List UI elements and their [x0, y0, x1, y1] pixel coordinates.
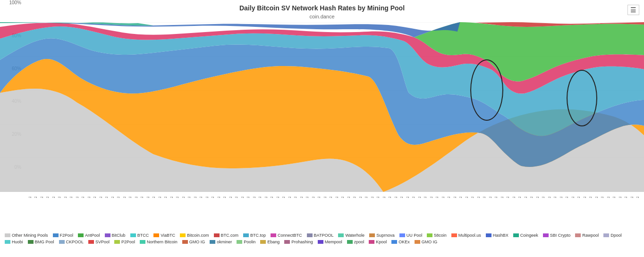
legend-item: Kpool — [369, 240, 387, 244]
x-label: 2018-02-06 — [205, 197, 209, 198]
x-label: 2018-07-24 — [370, 197, 374, 198]
x-label: 2018-09-16 — [423, 197, 427, 198]
legend-item: Coingeek — [513, 233, 538, 238]
x-label: 2017-08-10 — [28, 197, 32, 198]
x-label: 2018-08-23 — [399, 197, 404, 198]
x-label: 2018-09-22 — [429, 197, 433, 198]
x-axis: 2017-08-04 2017-08-10 2017-08-16 2017-08… — [26, 197, 644, 232]
x-label: 2019-04-08 — [624, 197, 628, 198]
x-label: 2018-09-10 — [417, 197, 422, 198]
legend-item: SBI Crypto — [543, 233, 571, 238]
legend-item: Dpool — [603, 233, 622, 238]
x-label: 2018-07-06 — [352, 197, 356, 198]
x-label: 2018-10-22 — [458, 197, 463, 198]
legend-item: Bitcoin.com — [180, 233, 209, 238]
x-label: 2019-02-07 — [565, 197, 569, 198]
stacked-chart-area — [0, 22, 644, 192]
x-label: 2018-04-07 — [264, 197, 268, 198]
x-label: 2018-06-30 — [347, 197, 351, 198]
x-label: 2017-10-21 — [99, 197, 103, 198]
chart-title: Daily Bitcoin SV Network Hash Rates by M… — [0, 4, 644, 13]
legend-item: 58coin — [427, 233, 447, 238]
x-label: 2018-04-13 — [270, 197, 274, 198]
legend-item: BTCC — [130, 233, 149, 238]
legend-item: Poolin — [237, 240, 255, 244]
x-label: 2018-12-03 — [500, 197, 504, 198]
x-label: 2018-02-24 — [222, 197, 227, 198]
x-label: 2018-02-12 — [211, 197, 215, 198]
x-label: 2018-05-13 — [299, 197, 304, 198]
x-label: 2017-12-02 — [140, 197, 144, 198]
legend-item: BitClub — [105, 233, 126, 238]
legend-item: Mempool — [318, 240, 342, 244]
stacked-chart-svg — [0, 22, 644, 192]
legend-item: BMG Pool — [28, 240, 54, 244]
x-label: 2017-11-02 — [110, 197, 115, 198]
x-label: 2018-06-06 — [323, 197, 327, 198]
x-label: 2018-10-10 — [447, 197, 451, 198]
legend-item: BTC.top — [243, 233, 266, 238]
x-label: 2019-04-14 — [630, 197, 634, 198]
x-label: 2019-03-27 — [612, 197, 616, 198]
x-label: 2018-08-17 — [394, 197, 398, 198]
x-label: 2019-02-01 — [559, 197, 563, 198]
legend-item: HashBX — [486, 233, 508, 238]
x-label: 2017-10-15 — [93, 197, 97, 198]
x-label: 2018-08-11 — [388, 197, 392, 198]
legend-item: SVPool — [88, 240, 110, 244]
legend-item: Rawpool — [575, 233, 599, 238]
legend-item: Northern Bitcoin — [140, 240, 178, 244]
x-label: 2017-09-27 — [75, 197, 79, 198]
x-label: 2017-08-22 — [40, 197, 44, 198]
x-label: 2017-12-26 — [163, 197, 168, 198]
legend-item: Other Mining Pools — [5, 233, 48, 238]
x-label: 2019-02-13 — [571, 197, 575, 198]
legend-item: Suprnova — [369, 233, 395, 238]
menu-icon[interactable]: ☰ — [627, 5, 639, 15]
x-label: 2018-01-13 — [181, 197, 186, 198]
legend-item: ConnectBTC — [271, 233, 302, 238]
x-label: 2019-04-02 — [618, 197, 622, 198]
legend: Other Mining PoolsF2PoolAntPoolBitClubBT… — [5, 233, 639, 245]
legend-item: CKPOOL — [59, 240, 84, 244]
x-label: 2018-07-18 — [364, 197, 368, 198]
x-label: 2019-01-08 — [535, 197, 540, 198]
x-label: 2019-03-09 — [594, 197, 599, 198]
x-label: 2019-01-26 — [553, 197, 557, 198]
x-label: 2017-11-14 — [122, 197, 127, 198]
x-label: 2017-10-09 — [87, 197, 91, 198]
legend-item: AntPool — [78, 233, 100, 238]
x-label: 2017-12-14 — [152, 197, 156, 198]
x-label: 2018-05-31 — [317, 197, 321, 198]
x-label: 2017-09-21 — [69, 197, 73, 198]
x-label: 2018-12-09 — [506, 197, 510, 198]
x-label: 2017-09-09 — [57, 197, 61, 198]
legend-item: Huobi — [5, 240, 23, 244]
x-label: 2017-08-16 — [34, 197, 38, 198]
chart-container: Daily Bitcoin SV Network Hash Rates by M… — [0, 0, 644, 257]
x-label: 2018-07-30 — [376, 197, 380, 198]
x-label: 2017-10-03 — [81, 197, 85, 198]
x-label: 2018-11-15 — [482, 197, 486, 198]
x-label: 2018-03-26 — [252, 197, 256, 198]
legend-item: okminer — [210, 240, 232, 244]
y-label-100: 100% — [9, 0, 21, 5]
legend-item: zpool — [347, 240, 364, 244]
x-label: 2018-01-19 — [187, 197, 191, 198]
x-label: 2017-10-27 — [104, 197, 109, 198]
x-label: 2019-04-20 — [636, 197, 640, 198]
x-label: 2018-11-27 — [494, 197, 498, 198]
legend-item: BATPOOL — [307, 233, 334, 238]
x-label: 2018-05-19 — [305, 197, 309, 198]
x-label: 2018-07-12 — [358, 197, 363, 198]
x-label: 2018-10-28 — [465, 197, 469, 198]
x-label: 2018-03-14 — [240, 197, 245, 198]
x-label: 2019-03-03 — [588, 197, 593, 198]
x-label: 2018-05-07 — [293, 197, 297, 198]
x-label: 2018-09-28 — [435, 197, 439, 198]
x-label: 2018-08-05 — [382, 197, 386, 198]
x-label: 2018-02-18 — [217, 197, 221, 198]
x-label: 2019-01-20 — [547, 197, 551, 198]
x-label: 2019-01-02 — [529, 197, 534, 198]
x-label: 2019-02-25 — [583, 197, 587, 198]
